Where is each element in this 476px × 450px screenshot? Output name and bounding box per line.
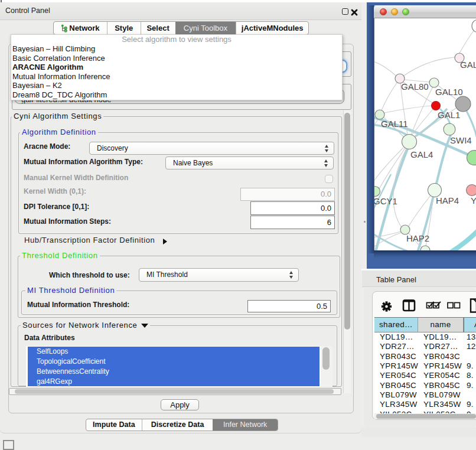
svg-text:GAL11: GAL11 — [381, 119, 408, 129]
svg-text:GCY1: GCY1 — [373, 196, 397, 206]
svg-text:GAL1: GAL1 — [438, 110, 460, 120]
svg-text:Y: Y — [471, 195, 476, 206]
svg-text:HAP4: HAP4 — [436, 195, 459, 206]
svg-text:GAL80: GAL80 — [401, 81, 429, 92]
svg-text:GAL4: GAL4 — [410, 149, 433, 159]
svg-text:HAP2: HAP2 — [406, 233, 429, 243]
svg-text:GAL7: GAL7 — [460, 60, 476, 70]
svg-text:SWI4: SWI4 — [450, 135, 472, 145]
svg-text:GAL10: GAL10 — [435, 87, 463, 97]
